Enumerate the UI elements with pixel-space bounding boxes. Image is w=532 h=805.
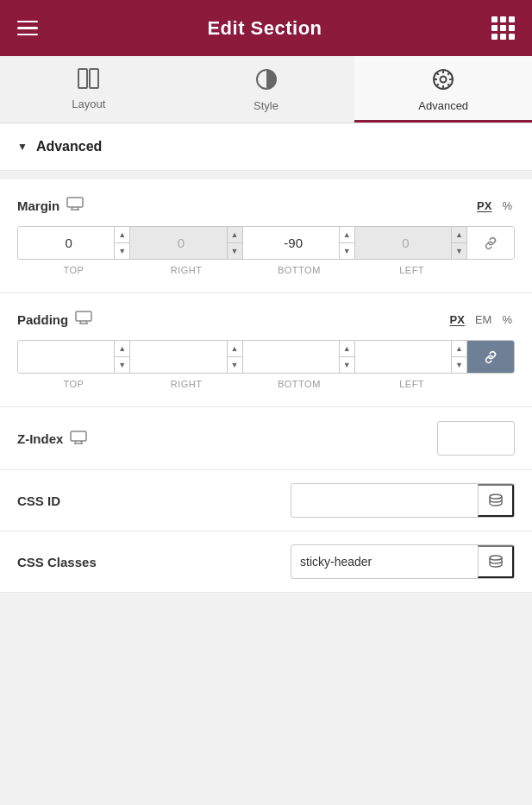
- padding-spinners-row: ▲ ▼ ▲ ▼ ▲ ▼: [17, 340, 515, 374]
- margin-left-up-arrow[interactable]: ▲: [452, 227, 466, 243]
- margin-left-arrows[interactable]: ▲ ▼: [451, 227, 466, 259]
- page-title: Edit Section: [207, 17, 322, 40]
- padding-bottom-down-arrow[interactable]: ▼: [340, 357, 354, 373]
- z-index-monitor-icon: [70, 431, 87, 447]
- margin-right-input[interactable]: [130, 227, 226, 259]
- padding-unit-selector: PX EM %: [448, 312, 515, 327]
- layout-icon: [78, 68, 100, 94]
- css-id-database-button[interactable]: [478, 484, 514, 517]
- margin-spinner-labels: TOP RIGHT BOTTOM LEFT: [17, 265, 515, 275]
- svg-point-4: [441, 77, 447, 83]
- section-collapse-arrow[interactable]: ▼: [17, 141, 28, 153]
- padding-top-input[interactable]: [18, 341, 114, 373]
- padding-left-down-arrow[interactable]: ▼: [452, 357, 466, 373]
- margin-section: Margin PX % ▲: [0, 179, 532, 293]
- margin-top-label: TOP: [17, 265, 130, 275]
- padding-bottom-up-arrow[interactable]: ▲: [340, 341, 354, 357]
- margin-left-down-arrow[interactable]: ▼: [452, 243, 466, 259]
- margin-bottom-down-arrow[interactable]: ▼: [340, 243, 354, 259]
- tab-layout[interactable]: Layout: [0, 56, 178, 123]
- svg-rect-21: [71, 431, 86, 441]
- z-index-input[interactable]: [438, 425, 515, 453]
- css-classes-row: CSS Classes: [0, 531, 532, 593]
- tab-layout-label: Layout: [72, 97, 105, 110]
- margin-top-arrows[interactable]: ▲ ▼: [114, 227, 129, 259]
- advanced-section-header: ▼ Advanced: [0, 123, 532, 171]
- padding-right-input[interactable]: [130, 341, 226, 373]
- svg-line-10: [448, 84, 450, 86]
- padding-top-up-arrow[interactable]: ▲: [115, 341, 129, 357]
- margin-right-arrows[interactable]: ▲ ▼: [227, 227, 242, 259]
- svg-line-11: [448, 72, 450, 75]
- margin-bottom-up-arrow[interactable]: ▲: [340, 227, 354, 243]
- css-id-label: CSS ID: [17, 494, 60, 508]
- css-classes-input[interactable]: [291, 547, 478, 576]
- advanced-icon: [432, 68, 454, 96]
- margin-bottom-cell: ▲ ▼: [243, 227, 355, 259]
- padding-bottom-input[interactable]: [243, 341, 339, 373]
- margin-top-up-arrow[interactable]: ▲: [115, 227, 129, 243]
- padding-left-up-arrow[interactable]: ▲: [452, 341, 466, 357]
- padding-bottom-label: BOTTOM: [243, 379, 356, 389]
- padding-unit-percent[interactable]: %: [499, 312, 515, 327]
- css-classes-label: CSS Classes: [17, 555, 97, 569]
- svg-point-26: [490, 556, 502, 560]
- margin-left-input[interactable]: [355, 227, 451, 259]
- padding-right-up-arrow[interactable]: ▲: [228, 341, 242, 357]
- css-classes-database-button[interactable]: [478, 545, 514, 578]
- svg-line-9: [436, 72, 439, 75]
- svg-rect-1: [90, 69, 98, 88]
- css-classes-input-group: [291, 544, 515, 579]
- grid-menu-button[interactable]: [491, 16, 515, 40]
- margin-monitor-icon: [66, 197, 84, 214]
- padding-label: Padding: [17, 312, 68, 327]
- margin-right-label: RIGHT: [130, 265, 243, 275]
- margin-unit-percent[interactable]: %: [499, 198, 515, 213]
- padding-link-label: [468, 379, 515, 389]
- padding-left-cell: ▲ ▼: [355, 341, 467, 373]
- margin-link-button[interactable]: [483, 236, 498, 251]
- margin-right-cell: ▲ ▼: [130, 227, 242, 259]
- margin-label: Margin: [17, 198, 59, 213]
- margin-link-cell: [467, 227, 514, 259]
- padding-unit-em[interactable]: EM: [473, 312, 495, 327]
- z-index-spinner: ▲ ▼: [437, 421, 515, 456]
- padding-right-arrows[interactable]: ▲ ▼: [227, 341, 242, 373]
- padding-bottom-arrows[interactable]: ▲ ▼: [339, 341, 354, 373]
- padding-top-label: TOP: [17, 379, 130, 389]
- padding-left-arrows[interactable]: ▲ ▼: [451, 341, 466, 373]
- margin-bottom-arrows[interactable]: ▲ ▼: [339, 227, 354, 259]
- svg-line-12: [436, 84, 439, 86]
- padding-unit-px[interactable]: PX: [448, 312, 467, 327]
- margin-right-down-arrow[interactable]: ▼: [228, 243, 242, 259]
- tab-advanced[interactable]: Advanced: [354, 56, 532, 123]
- margin-bottom-input[interactable]: [243, 227, 339, 259]
- padding-link-cell: [467, 341, 514, 373]
- margin-top-down-arrow[interactable]: ▼: [115, 243, 129, 259]
- margin-unit-px[interactable]: PX: [474, 198, 494, 213]
- padding-section: Padding PX EM %: [0, 293, 532, 407]
- padding-label-group: Padding: [17, 311, 92, 328]
- tab-style[interactable]: Style: [178, 56, 355, 123]
- margin-left-label: LEFT: [355, 265, 468, 275]
- padding-top-down-arrow[interactable]: ▼: [115, 357, 129, 373]
- svg-rect-17: [76, 311, 91, 321]
- margin-right-up-arrow[interactable]: ▲: [228, 227, 242, 243]
- padding-left-input[interactable]: [355, 341, 451, 373]
- margin-top-input[interactable]: [18, 227, 114, 259]
- css-id-input[interactable]: [291, 486, 478, 515]
- margin-spinners-row: ▲ ▼ ▲ ▼ ▲ ▼: [17, 226, 515, 260]
- svg-point-25: [490, 494, 502, 499]
- padding-link-button[interactable]: [467, 349, 514, 365]
- padding-right-down-arrow[interactable]: ▼: [228, 357, 242, 373]
- padding-spinner-labels: TOP RIGHT BOTTOM LEFT: [17, 379, 515, 389]
- padding-top-arrows[interactable]: ▲ ▼: [114, 341, 129, 373]
- tab-advanced-label: Advanced: [418, 99, 468, 112]
- margin-link-label: [468, 265, 515, 275]
- hamburger-menu-button[interactable]: [17, 21, 38, 36]
- margin-field-header: Margin PX %: [17, 197, 515, 214]
- margin-left-cell: ▲ ▼: [355, 227, 467, 259]
- padding-top-cell: ▲ ▼: [18, 341, 130, 373]
- padding-left-label: LEFT: [355, 379, 468, 389]
- padding-right-cell: ▲ ▼: [130, 341, 242, 373]
